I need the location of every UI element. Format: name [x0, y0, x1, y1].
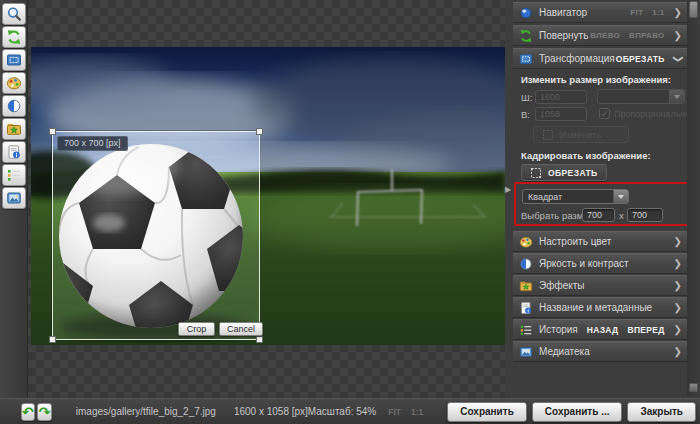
resize-unit-dropdown[interactable] [597, 89, 685, 104]
chevron-right-icon: ❯ [674, 31, 682, 41]
section-navigator[interactable]: Навигатор FIT 1:1 ❯ [513, 2, 687, 23]
history-forward-action[interactable]: ВПЕРЕД [627, 325, 664, 335]
resize-width-input[interactable] [535, 90, 587, 104]
width-label: Ш: [521, 92, 532, 103]
chevron-right-icon: ❯ [674, 325, 682, 335]
rotate-icon [6, 29, 22, 45]
transform-icon [6, 52, 22, 68]
redo-icon: ↷ [39, 405, 51, 419]
history-list-icon [6, 167, 22, 183]
section-color[interactable]: Настроить цвет ❯ [513, 231, 687, 252]
brightness-icon [6, 98, 22, 114]
section-label: История [539, 324, 587, 335]
section-label: Повернуть [539, 30, 590, 41]
document-info-icon [6, 144, 22, 160]
panel-splitter[interactable]: ▶ [505, 0, 512, 398]
rotate-left-action[interactable]: ВЛЕВО [590, 31, 620, 40]
rotate-icon [519, 29, 533, 43]
canvas-area: 700 x 700 [px] Crop Cancel [28, 0, 505, 398]
chevron-right-icon: ❯ [674, 281, 682, 291]
save-button[interactable]: Сохранить [447, 402, 527, 422]
crop-height-input[interactable] [627, 208, 663, 222]
metadata-button[interactable] [2, 141, 26, 163]
resize-height-input[interactable] [535, 107, 587, 121]
transform-crop-action[interactable]: ОБРЕЗАТЬ [616, 54, 665, 64]
effects-folder-star-icon [519, 279, 533, 293]
crop-preset-highlight: Квадрат Выбрать размер: x [514, 182, 693, 226]
crop-selection[interactable]: 700 x 700 [px] Crop Cancel [52, 131, 260, 340]
save-as-button[interactable]: Сохранить ... [532, 402, 623, 422]
file-path: images/gallery/tfile_big_2_7.jpg [76, 406, 216, 417]
section-effects[interactable]: Эффекты ❯ [513, 275, 687, 296]
resize-apply-label: Изменить [560, 130, 602, 140]
history-button[interactable] [2, 164, 26, 186]
proportional-checkbox[interactable]: ✓ [599, 108, 610, 119]
scrollbar-down-button[interactable] [689, 383, 698, 392]
redo-button[interactable]: ↷ [37, 403, 52, 421]
resize-icon [542, 129, 554, 141]
crop-confirm-button[interactable]: Crop [178, 322, 215, 336]
section-brightness[interactable]: Яркость и контраст ❯ [513, 253, 687, 274]
media-library-button[interactable] [2, 187, 26, 209]
crop-width-input[interactable] [582, 208, 615, 222]
section-rotate[interactable]: Повернуть ВЛЕВО ВПРАВО ❯ [513, 25, 687, 46]
proportional-label: Пропорционально [614, 109, 690, 119]
zoom-fit-action[interactable]: FIT [388, 407, 401, 417]
navigator-1to1[interactable]: 1:1 [652, 8, 664, 17]
crop-title: Кадрировать изображение: [521, 150, 651, 161]
section-transform[interactable]: Трансформация ОБРЕЗАТЬ ❯ [513, 48, 687, 69]
dropdown-arrow-icon [613, 190, 628, 203]
rotate-button[interactable] [2, 26, 26, 48]
dropdown-arrow-icon [669, 90, 684, 103]
media-photo-icon [6, 190, 22, 206]
transform-crop-button[interactable] [2, 49, 26, 71]
crop-size-label: 700 x 700 [px] [57, 136, 128, 151]
history-list-icon [519, 323, 533, 337]
chevron-down-icon: ❯ [673, 54, 683, 62]
section-history[interactable]: История НАЗАД ВПЕРЕД ❯ [513, 319, 687, 340]
section-metadata[interactable]: Название и метаданные ❯ [513, 297, 687, 318]
navigator-zoom-button[interactable] [2, 3, 26, 25]
height-label: В: [521, 109, 530, 120]
undo-button[interactable]: ↶ [21, 403, 36, 421]
crop-handle-top-left[interactable] [49, 128, 56, 135]
zoom-1to1-action[interactable]: 1:1 [411, 407, 423, 417]
crop-apply-button[interactable]: ОБРЕЗАТЬ [521, 164, 607, 181]
navigator-icon [519, 6, 533, 20]
crop-handle-top-right[interactable] [256, 128, 263, 135]
crop-cancel-button[interactable]: Cancel [219, 322, 263, 336]
transform-icon [519, 52, 533, 66]
palette-icon [6, 75, 22, 91]
close-button[interactable]: Закрыть [627, 402, 696, 422]
scrollbar-thumb[interactable] [689, 1, 698, 18]
section-label: Навигатор [539, 7, 630, 18]
media-photo-icon [519, 345, 533, 359]
resize-apply-button[interactable]: Изменить [533, 126, 629, 143]
crop-icon [530, 167, 542, 179]
crop-apply-label: ОБРЕЗАТЬ [548, 168, 598, 178]
section-media[interactable]: Медиатека ❯ [513, 341, 687, 362]
section-label: Название и метаданные [539, 302, 674, 313]
crop-handle-bottom-right[interactable] [256, 336, 263, 343]
right-panel: Навигатор FIT 1:1 ❯ Повернуть ВЛЕВО ВПРА… [512, 0, 700, 398]
bottom-bar: ↶ ↷ images/gallery/tfile_big_2_7.jpg 160… [0, 398, 700, 424]
chevron-right-icon: ❯ [674, 8, 682, 18]
crop-preset-value: Квадрат [523, 192, 613, 202]
section-label: Настроить цвет [539, 236, 674, 247]
section-label: Эффекты [539, 280, 674, 291]
adjust-color-button[interactable] [2, 72, 26, 94]
crop-preset-dropdown[interactable]: Квадрат [522, 189, 629, 204]
panel-scrollbar[interactable] [687, 0, 700, 396]
history-back-action[interactable]: НАЗАД [587, 325, 619, 335]
resize-title: Изменить размер изображения: [521, 74, 671, 85]
section-label: Трансформация [539, 53, 616, 64]
crop-shade-right [261, 131, 506, 341]
image-editor-window: 700 x 700 [px] Crop Cancel ▶ Навигатор F… [0, 0, 700, 424]
rotate-right-action[interactable]: ВПРАВО [629, 31, 665, 40]
zoom-level: Масштаб: 54% [308, 406, 376, 417]
brightness-contrast-button[interactable] [2, 95, 26, 117]
navigator-fit[interactable]: FIT [630, 8, 643, 17]
crop-handle-bottom-left[interactable] [49, 336, 56, 343]
photo-soccer-field: 700 x 700 [px] Crop Cancel [31, 47, 506, 345]
effects-button[interactable] [2, 118, 26, 140]
